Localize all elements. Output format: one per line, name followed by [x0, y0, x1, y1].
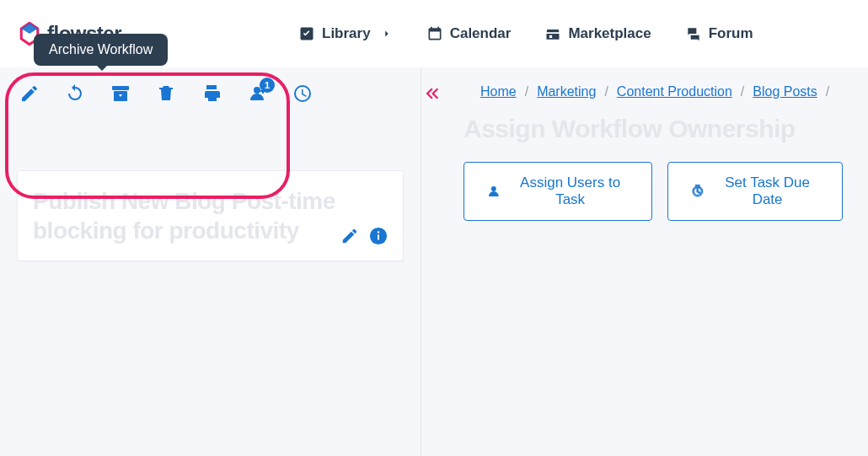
checklist-icon	[298, 25, 315, 42]
workflow-title: Publish New Blog Post-time blocking for …	[33, 186, 336, 245]
nav-label: Calendar	[450, 25, 512, 42]
archive-icon	[110, 83, 131, 104]
person-icon	[486, 183, 501, 200]
sync-button[interactable]	[64, 83, 86, 105]
svg-rect-3	[378, 234, 379, 239]
edit-button[interactable]	[19, 83, 40, 105]
section-title: Assign Workflow Ownership	[463, 115, 843, 143]
clock-icon	[292, 83, 313, 104]
button-label: Assign Users to Task	[512, 174, 630, 208]
breadcrumb-blogposts[interactable]: Blog Posts	[753, 84, 817, 99]
sync-icon	[65, 83, 85, 104]
nav-calendar[interactable]: Calendar	[426, 25, 512, 42]
nav-label: Library	[322, 25, 371, 42]
trash-icon	[156, 83, 176, 104]
chat-icon	[685, 25, 702, 42]
pencil-icon	[19, 83, 40, 104]
svg-point-4	[378, 231, 379, 233]
info-icon[interactable]	[369, 227, 388, 245]
nav-label: Forum	[709, 25, 753, 42]
breadcrumb-separator: /	[604, 84, 608, 99]
svg-rect-0	[112, 86, 129, 90]
store-icon	[544, 25, 561, 42]
calendar-icon	[426, 25, 443, 42]
collapse-panel-button[interactable]	[416, 79, 445, 108]
workflow-toolbar: Archive Workflow 1	[0, 67, 421, 120]
workflow-title-card: Publish New Blog Post-time blocking for …	[17, 170, 404, 261]
nav-marketplace[interactable]: Marketplace	[544, 25, 651, 42]
nav-library[interactable]: Library	[298, 25, 393, 42]
nav-forum[interactable]: Forum	[685, 25, 753, 42]
nav-label: Marketplace	[568, 25, 651, 42]
timer-icon	[690, 183, 705, 200]
breadcrumb-marketing[interactable]: Marketing	[537, 84, 596, 99]
pencil-icon[interactable]	[340, 227, 359, 245]
print-icon	[201, 83, 222, 104]
button-label: Set Task Due Date	[715, 174, 820, 208]
breadcrumb: Home / Marketing / Content Production / …	[480, 84, 843, 99]
breadcrumb-separator: /	[741, 84, 744, 99]
breadcrumb-content[interactable]: Content Production	[617, 84, 732, 99]
assign-users-button[interactable]: Assign Users to Task	[463, 162, 652, 221]
breadcrumb-separator: /	[826, 84, 829, 99]
chevron-right-icon	[381, 28, 393, 40]
breadcrumb-home[interactable]: Home	[480, 84, 517, 99]
assign-button[interactable]: 1	[246, 83, 268, 105]
history-button[interactable]	[292, 83, 313, 105]
breadcrumb-separator: /	[525, 84, 528, 99]
print-button[interactable]	[201, 83, 222, 105]
double-chevron-left-icon	[420, 83, 442, 105]
archive-button[interactable]	[110, 83, 131, 105]
set-due-date-button[interactable]: Set Task Due Date	[667, 162, 843, 221]
delete-button[interactable]	[155, 83, 177, 105]
tooltip: Archive Workflow	[34, 34, 168, 66]
assign-badge: 1	[260, 78, 275, 93]
